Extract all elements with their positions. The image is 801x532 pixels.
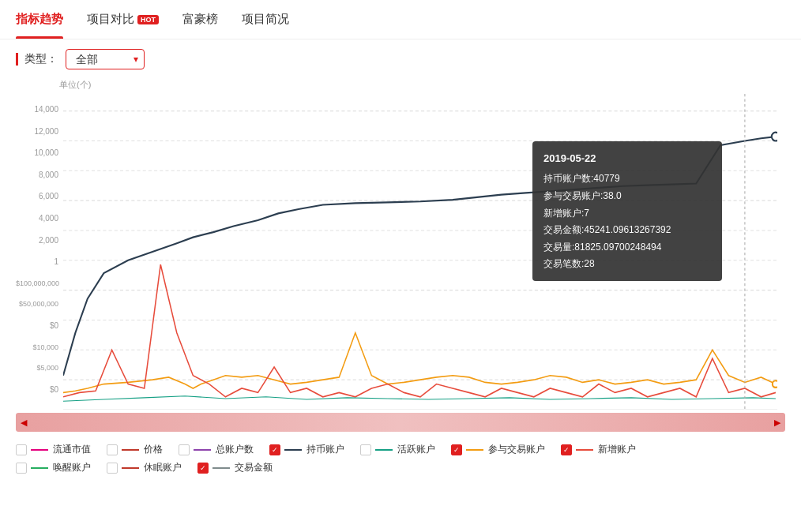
legend-line-chicizhanghushu [284, 449, 302, 451]
y-label-50m: $50,000,000 [16, 300, 62, 308]
legend-item-huanxingzhanghu[interactable]: 唤醒账户 [16, 461, 91, 474]
legend-line-zongzhanghushu [194, 449, 211, 451]
legend-checkbox-liutongshizhi[interactable] [16, 444, 27, 455]
y-label-6000: 6,000 [16, 192, 62, 200]
legend-line-jiaoyijine [212, 467, 230, 469]
chart-unit-label: 单位(个) [16, 79, 785, 91]
legend-item-jiaoyijine[interactable]: 交易金额 [197, 461, 273, 474]
filter-label: 类型： [24, 52, 58, 66]
tab-badge-hot: HOT [137, 15, 159, 24]
legend-area: 流通市值 价格 总账户数 持币账户 [0, 436, 801, 474]
legend-label-liutongshizhi: 流通市值 [53, 443, 91, 456]
legend-line-xinzengzhanghu [576, 449, 593, 451]
legend-label-jiage: 价格 [144, 443, 163, 456]
tab-label-richlist: 富豪榜 [182, 12, 218, 27]
svg-point-13 [773, 380, 777, 388]
scrollbar-area[interactable]: ◀ ▶ [16, 413, 785, 432]
legend-line-xiumianzhanghu [122, 467, 139, 469]
legend-checkbox-chicizhanghushu[interactable] [269, 444, 280, 455]
tab-label-compare: 项目对比 [87, 12, 134, 27]
legend-line-canyujiaoyizhanghu [466, 449, 483, 451]
legend-item-liutongshizhi[interactable]: 流通市值 [16, 443, 91, 456]
legend-label-chicizhanghushu: 持币账户 [306, 443, 344, 456]
legend-label-zongzhanghushu: 总账户数 [216, 443, 254, 456]
legend-line-jiage [122, 449, 139, 451]
chart-svg: 交易量 交易笔数 2018-02-26 2018-04-06 2018-05-1… [63, 94, 777, 410]
legend-label-xinzengzhanghu: 新增账户 [598, 443, 636, 456]
tab-label-overview: 项目简况 [242, 12, 289, 27]
svg-point-12 [772, 133, 777, 141]
legend-row-1: 流通市值 价格 总账户数 持币账户 [16, 443, 785, 456]
legend-checkbox-huoyuezhanghushu[interactable] [360, 444, 371, 455]
legend-label-xiumianzhanghu: 休眠账户 [144, 461, 182, 474]
legend-item-xiumianzhanghu[interactable]: 休眠账户 [107, 461, 182, 474]
y-label-0-mid: $0 [16, 321, 62, 330]
filter-row: 类型： 全部 主流币 代币 [0, 39, 801, 79]
scrollbar-left-btn[interactable]: ◀ [16, 413, 32, 432]
legend-item-canyujiaoyizhanghu[interactable]: 参与交易账户 [451, 443, 545, 456]
y-label-10k: $10,000 [16, 343, 62, 351]
y-label-1: 1 [16, 257, 62, 266]
tab-overview[interactable]: 项目简况 [242, 0, 289, 39]
legend-label-huoyuezhanghushu: 活跃账户 [397, 443, 435, 456]
legend-checkbox-jiaoyijine[interactable] [197, 463, 209, 474]
legend-label-canyujiaoyizhanghu: 参与交易账户 [488, 443, 545, 456]
tab-richlist[interactable]: 富豪榜 [182, 0, 218, 39]
y-label-100m: $100,000,000 [16, 279, 62, 287]
svg-rect-0 [63, 94, 777, 410]
tab-compare[interactable]: 项目对比 HOT [87, 0, 159, 39]
chart-container: 单位(个) [0, 79, 801, 410]
filter-select[interactable]: 全部 主流币 代币 [66, 49, 145, 69]
tab-bar: 指标趋势 项目对比 HOT 富豪榜 项目简况 [0, 0, 801, 39]
legend-checkbox-xinzengzhanghu[interactable] [561, 444, 572, 455]
app-container: 指标趋势 项目对比 HOT 富豪榜 项目简况 类型： 全部 主流币 代币 单位(… [0, 0, 801, 474]
filter-select-wrap: 全部 主流币 代币 [66, 49, 145, 69]
legend-label-huanxingzhanghu: 唤醒账户 [53, 461, 91, 474]
y-label-4000: 4,000 [16, 214, 62, 223]
legend-checkbox-zongzhanghushu[interactable] [179, 444, 190, 455]
y-label-12000: 12,000 [16, 127, 62, 136]
legend-item-chicizhanghushu[interactable]: 持币账户 [269, 443, 344, 456]
legend-line-huanxingzhanghu [31, 467, 48, 469]
legend-item-huoyuezhanghushu[interactable]: 活跃账户 [360, 443, 435, 456]
legend-checkbox-canyujiaoyizhanghu[interactable] [451, 444, 462, 455]
scrollbar-right-btn[interactable]: ▶ [769, 413, 785, 432]
y-label-5k: $5,000 [16, 364, 62, 372]
y-label-8000: 8,000 [16, 170, 62, 179]
legend-item-zongzhanghushu[interactable]: 总账户数 [179, 443, 254, 456]
tab-label-trends: 指标趋势 [16, 12, 63, 27]
legend-row-2: 唤醒账户 休眠账户 交易金额 [16, 461, 785, 474]
legend-label-jiaoyijine: 交易金额 [235, 461, 273, 474]
filter-left-bar [16, 53, 18, 66]
y-label-10000: 10,000 [16, 148, 62, 157]
legend-line-liutongshizhi [31, 449, 48, 451]
legend-checkbox-huanxingzhanghu[interactable] [16, 463, 27, 474]
legend-line-huoyuezhanghushu [375, 449, 393, 451]
y-label-2000: 2,000 [16, 236, 62, 245]
legend-checkbox-xiumianzhanghu[interactable] [107, 463, 118, 474]
legend-item-xinzengzhanghu[interactable]: 新增账户 [561, 443, 636, 456]
legend-checkbox-jiage[interactable] [107, 444, 118, 455]
chart-wrap[interactable]: 交易量 交易笔数 2018-02-26 2018-04-06 2018-05-1… [16, 94, 785, 410]
scrollbar-handle [16, 413, 785, 432]
legend-item-jiage[interactable]: 价格 [107, 443, 163, 456]
y-label-0-bot: $0 [16, 385, 62, 394]
y-label-14000: 14,000 [16, 105, 62, 114]
tab-indicator-trends[interactable]: 指标趋势 [16, 0, 63, 39]
